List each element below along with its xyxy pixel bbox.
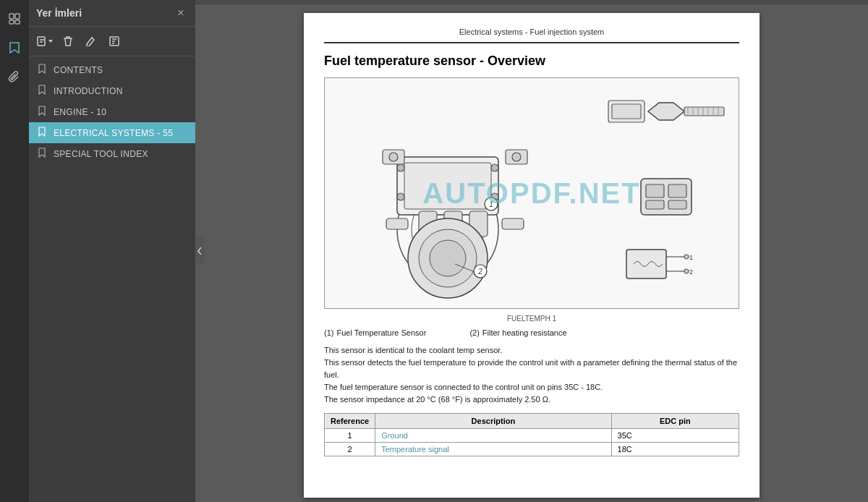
svg-text:2: 2	[689, 268, 693, 276]
bookmark-panel-icon-btn[interactable]	[3, 36, 26, 59]
svg-rect-9	[404, 163, 491, 209]
panel-close-button[interactable]: ×	[174, 6, 188, 20]
panel-header: Yer İmleri ×	[29, 0, 195, 27]
bookmark-item-label: INTRODUCTION	[54, 86, 123, 96]
caption-1-text: Fuel Temperature Sensor	[336, 328, 426, 337]
add-bookmark-dropdown-btn[interactable]	[35, 31, 55, 51]
diagram-container: AUTOPDF.NET	[324, 77, 739, 309]
bookmark-item-icon	[38, 64, 48, 76]
table-row: 2 Temperature signal 18C	[325, 443, 739, 456]
section-title: Fuel temperature sensor - Overview	[324, 54, 739, 69]
top-bar	[195, 0, 868, 6]
svg-rect-47	[626, 250, 666, 278]
table-cell-ref: 1	[325, 429, 375, 443]
caption-2-text: Filter heating resistance	[482, 328, 567, 337]
diagram-label: FUELTEMPH 1	[324, 315, 739, 323]
svg-point-11	[389, 153, 398, 161]
svg-rect-3	[15, 20, 20, 24]
pages-icon-btn[interactable]	[3, 7, 26, 30]
desc-line-3: The fuel temperature sensor is connected…	[324, 383, 603, 391]
table-header-reference: Reference	[325, 414, 375, 429]
caption-1-number: (1)	[324, 328, 333, 337]
table-cell-ref: 2	[325, 443, 375, 456]
bookmark-item-icon	[38, 106, 48, 118]
bookmark-item-electrical[interactable]: Electrical systems - 55	[29, 122, 195, 143]
caption-item-2: (2) Filter heating resistance	[469, 328, 566, 337]
panel-title: Yer İmleri	[36, 7, 82, 19]
caption-row: (1) Fuel Temperature Sensor (2) Filter h…	[324, 328, 739, 337]
table-cell-edc: 18C	[611, 443, 739, 456]
table-cell-description: Ground	[375, 429, 611, 443]
panel-toolbar	[29, 27, 195, 56]
svg-point-24	[397, 193, 404, 200]
table-header-description: Description	[375, 414, 611, 429]
bookmark-list: Contents INTRODUCTION Engine - 10	[29, 56, 195, 502]
bookmark-item-special-tool[interactable]: SPECIAL TOOL INDEX	[29, 143, 195, 164]
bookmark-item-introduction[interactable]: INTRODUCTION	[29, 80, 195, 101]
svg-rect-45	[646, 200, 664, 209]
svg-text:1: 1	[489, 200, 493, 208]
icon-strip	[0, 0, 29, 502]
svg-rect-20	[386, 218, 408, 229]
svg-rect-0	[9, 14, 14, 19]
table-header-edc: EDC pin	[611, 414, 739, 429]
desc-line-4: The sensor impedance at 20 °C (68 °F) is…	[324, 395, 550, 404]
bookmark-item-icon	[38, 148, 48, 160]
engine-diagram-svg: 1 2	[325, 85, 585, 302]
svg-rect-21	[502, 218, 524, 229]
svg-rect-44	[668, 184, 686, 197]
description-text: This sensor is identical to the coolant …	[324, 344, 739, 406]
bookmark-item-icon	[38, 127, 48, 139]
svg-point-51	[684, 269, 689, 273]
svg-rect-2	[9, 20, 14, 24]
svg-point-50	[684, 255, 689, 259]
svg-rect-4	[38, 37, 45, 46]
caption-item-1: (1) Fuel Temperature Sensor	[324, 328, 426, 337]
attachment-icon-btn[interactable]	[3, 65, 26, 88]
bookmark-item-label: Electrical systems - 55	[54, 128, 173, 138]
bookmark-item-contents[interactable]: Contents	[29, 59, 195, 80]
bookmark-item-icon	[38, 85, 48, 97]
document-area[interactable]: Electrical systems - Fuel injection syst…	[195, 6, 868, 502]
svg-point-22	[397, 164, 404, 171]
sidebar: Yer İmleri ×	[0, 0, 195, 502]
table-cell-description: Temperature signal	[375, 443, 611, 456]
bookmark-item-label: Contents	[54, 65, 103, 75]
delete-bookmark-btn[interactable]	[58, 31, 78, 51]
bookmark-item-engine[interactable]: Engine - 10	[29, 101, 195, 122]
svg-text:2: 2	[477, 268, 482, 276]
svg-rect-32	[612, 104, 641, 119]
svg-rect-1	[15, 14, 20, 19]
document-page: Electrical systems - Fuel injection syst…	[304, 13, 760, 498]
svg-rect-43	[646, 184, 664, 197]
svg-point-23	[491, 164, 498, 171]
table-row: 1 Ground 35C	[325, 429, 739, 443]
caption-2-number: (2)	[469, 328, 479, 337]
document-header: Electrical systems - Fuel injection syst…	[324, 27, 739, 43]
svg-text:1: 1	[689, 254, 693, 261]
bookmark-panel: Yer İmleri ×	[29, 0, 195, 502]
svg-point-19	[430, 240, 466, 276]
bookmark-item-label: SPECIAL TOOL INDEX	[54, 149, 148, 159]
reference-table: Reference Description EDC pin 1 Ground 3…	[324, 413, 739, 456]
svg-point-13	[512, 153, 521, 161]
desc-line-2: This sensor detects the fuel temperature…	[324, 358, 737, 379]
table-cell-edc: 35C	[611, 429, 739, 443]
component-illustrations: 1 2	[594, 81, 739, 305]
rename-bookmark-btn[interactable]	[81, 31, 101, 51]
main-content: Electrical systems - Fuel injection syst…	[195, 0, 868, 502]
bookmark-properties-btn[interactable]	[104, 31, 124, 51]
svg-marker-33	[648, 103, 684, 120]
svg-rect-46	[668, 200, 686, 209]
desc-line-1: This sensor is identical to the coolant …	[324, 346, 502, 354]
sidebar-collapse-handle[interactable]	[195, 237, 204, 265]
bookmark-item-label: Engine - 10	[54, 107, 106, 117]
